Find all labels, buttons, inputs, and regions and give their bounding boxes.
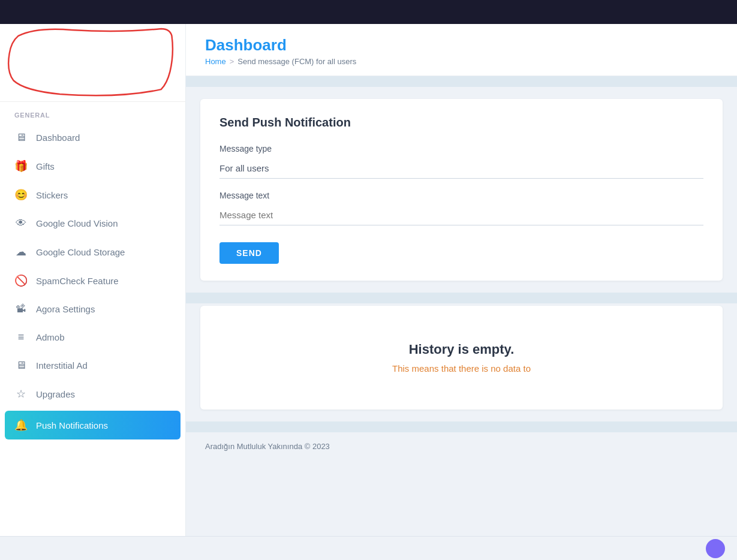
sidebar-item-spamcheck[interactable]: 🚫 SpamCheck Feature — [0, 266, 185, 295]
interstitial-icon: 🖥 — [14, 359, 28, 372]
page-title: Dashboard — [205, 36, 718, 55]
breadcrumb-separator: > — [230, 57, 234, 66]
main-content: Dashboard Home > Send message (FCM) for … — [186, 24, 737, 536]
breadcrumb-home[interactable]: Home — [205, 57, 226, 66]
sidebar-label-agora: Agora Settings — [36, 304, 95, 314]
breadcrumb-current: Send message (FCM) for all users — [237, 57, 356, 66]
message-type-input[interactable] — [219, 158, 703, 179]
sidebar-label-upgrades: Upgrades — [36, 389, 75, 399]
main-header: Dashboard Home > Send message (FCM) for … — [186, 24, 737, 76]
sidebar-item-interstitial-ad[interactable]: 🖥 Interstitial Ad — [0, 351, 185, 380]
sidebar-section-label: General — [0, 102, 185, 124]
sidebar-item-upgrades[interactable]: ☆ Upgrades — [0, 380, 185, 408]
history-card: History is empty. This means that there … — [200, 306, 723, 410]
sidebar-label-gifts: Gifts — [36, 161, 55, 171]
sidebar-item-gifts[interactable]: 🎁 Gifts — [0, 152, 185, 180]
sidebar-label-gcs: Google Cloud Storage — [36, 247, 125, 257]
sidebar: General 🖥 Dashboard 🎁 Gifts 😊 Stickers 👁… — [0, 24, 186, 536]
cloud-storage-icon: ☁ — [14, 245, 28, 258]
sidebar-item-agora-settings[interactable]: 📽 Agora Settings — [0, 295, 185, 323]
sidebar-label-gcv: Google Cloud Vision — [36, 218, 118, 228]
message-text-group: Message text — [219, 191, 703, 225]
history-title: History is empty. — [219, 342, 703, 357]
sidebar-item-google-cloud-storage[interactable]: ☁ Google Cloud Storage — [0, 237, 185, 266]
main-footer: Aradığın Mutluluk Yakınında © 2023 — [186, 432, 737, 460]
spamcheck-icon: 🚫 — [14, 274, 28, 287]
dashboard-icon: 🖥 — [14, 131, 28, 144]
agora-icon: 📽 — [14, 303, 28, 315]
message-type-group: Message type — [219, 144, 703, 179]
sidebar-label-dashboard: Dashboard — [36, 133, 80, 143]
sidebar-item-stickers[interactable]: 😊 Stickers — [0, 180, 185, 209]
send-button[interactable]: SEND — [219, 242, 279, 264]
section-divider-top — [186, 76, 737, 87]
sidebar-label-admob: Admob — [36, 332, 65, 342]
message-text-label: Message text — [219, 191, 703, 200]
message-type-label: Message type — [219, 144, 703, 153]
send-push-notification-card: Send Push Notification Message type Mess… — [200, 99, 723, 281]
top-bar — [0, 0, 737, 24]
avatar — [706, 539, 725, 558]
upgrades-icon: ☆ — [14, 387, 28, 401]
sidebar-item-push-notifications[interactable]: 🔔 Push Notifications — [5, 411, 181, 439]
sidebar-label-interstitial: Interstitial Ad — [36, 360, 88, 371]
sidebar-label-stickers: Stickers — [36, 190, 68, 200]
stickers-icon: 😊 — [14, 188, 28, 201]
gifts-icon: 🎁 — [14, 159, 28, 173]
breadcrumb: Home > Send message (FCM) for all users — [205, 57, 718, 66]
section-divider-bottom — [186, 421, 737, 432]
admob-icon: ≡ — [14, 331, 28, 344]
sidebar-item-admob[interactable]: ≡ Admob — [0, 323, 185, 351]
bottom-bar — [0, 536, 737, 560]
message-text-input[interactable] — [219, 205, 703, 225]
history-subtitle: This means that there is no data to — [219, 363, 703, 374]
sidebar-label-push: Push Notifications — [36, 420, 108, 430]
sidebar-logo-area — [0, 24, 185, 102]
section-divider-mid — [186, 293, 737, 303]
footer-text: Aradığın Mutluluk Yakınında © 2023 — [205, 442, 330, 451]
push-notifications-icon: 🔔 — [14, 419, 28, 432]
card-title: Send Push Notification — [219, 116, 703, 130]
sidebar-item-dashboard[interactable]: 🖥 Dashboard — [0, 124, 185, 152]
sidebar-item-google-cloud-vision[interactable]: 👁 Google Cloud Vision — [0, 209, 185, 237]
sidebar-label-spamcheck: SpamCheck Feature — [36, 276, 119, 286]
cloud-vision-icon: 👁 — [14, 217, 28, 230]
